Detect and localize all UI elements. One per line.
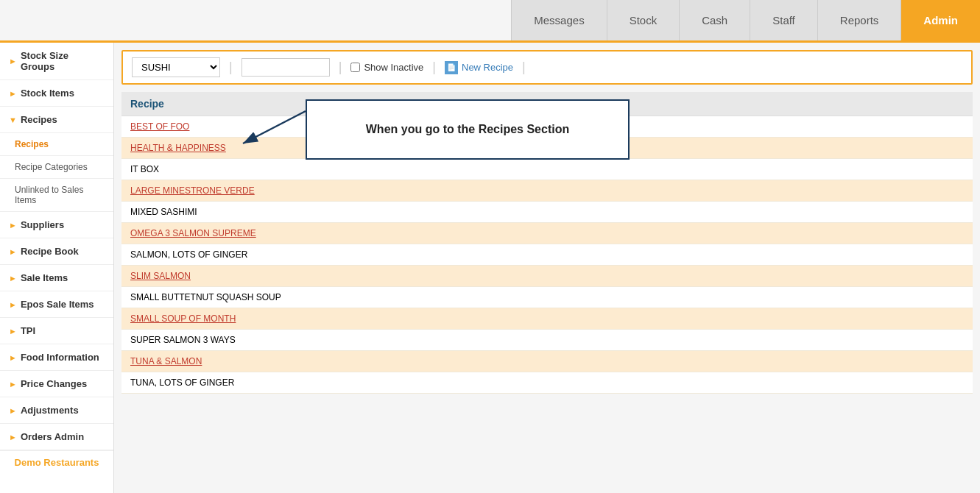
separator-3: | <box>432 60 436 75</box>
table-row[interactable]: IT BOX <box>121 159 973 180</box>
sidebar-sub-unlinked-sales[interactable]: Unlinked to Sales Items <box>0 179 113 212</box>
table-row[interactable]: SMALL SOUP OF MONTH <box>121 308 973 330</box>
table-row[interactable]: LARGE MINESTRONE VERDE <box>121 180 973 202</box>
chevron-right-icon: ► <box>9 57 17 65</box>
nav-messages[interactable]: Messages <box>511 0 606 40</box>
table-row[interactable]: SUPER SALMON 3 WAYS <box>121 330 973 351</box>
sidebar-item-recipe-book[interactable]: ► Recipe Book <box>0 238 113 265</box>
sidebar-item-sale-items[interactable]: ► Sale Items <box>0 265 113 291</box>
search-input[interactable] <box>242 58 330 77</box>
chevron-down-icon: ▼ <box>9 116 17 124</box>
chevron-right-icon: ► <box>9 327 17 336</box>
chevron-right-icon: ► <box>9 433 17 441</box>
sidebar-item-food-information[interactable]: ► Food Information <box>0 344 113 371</box>
table-row[interactable]: TUNA & SALMON <box>121 351 973 372</box>
chevron-right-icon: ► <box>9 89 17 98</box>
sidebar-item-orders-admin[interactable]: ► Orders Admin <box>0 424 113 450</box>
sidebar: ► Stock Size Groups ► Stock Items ▼ Reci… <box>0 43 114 493</box>
main-layout: ► Stock Size Groups ► Stock Items ▼ Reci… <box>0 43 980 493</box>
chevron-right-icon: ► <box>9 247 17 256</box>
demo-restaurants-link[interactable]: Demo Restaurants <box>15 457 99 468</box>
chevron-right-icon: ► <box>9 221 17 230</box>
show-inactive-label[interactable]: Show Inactive <box>350 62 423 73</box>
separator-2: | <box>339 60 342 75</box>
sidebar-item-stock-items[interactable]: ► Stock Items <box>0 80 113 107</box>
main-content: SUSHI ALL DEMO | | Show Inactive | 📄 New… <box>114 43 980 493</box>
chevron-right-icon: ► <box>9 380 17 389</box>
chevron-right-icon: ► <box>9 274 17 283</box>
show-inactive-checkbox[interactable] <box>350 63 360 72</box>
sidebar-item-epos-sale-items[interactable]: ► Epos Sale Items <box>0 291 113 318</box>
content-area: When you go to the Recipes Section Recip… <box>121 92 973 486</box>
sidebar-item-tpi[interactable]: ► TPI <box>0 318 113 344</box>
table-row[interactable]: TUNA, LOTS OF GINGER <box>121 372 973 394</box>
nav-admin[interactable]: Admin <box>900 0 980 40</box>
chevron-right-icon: ► <box>9 353 17 362</box>
sidebar-sub-recipes[interactable]: Recipes <box>0 133 113 156</box>
top-nav: Messages Stock Cash Staff Reports Admin <box>0 0 980 43</box>
demo-restaurants-footer[interactable]: Demo Restaurants <box>0 450 113 474</box>
chevron-right-icon: ► <box>9 406 17 415</box>
table-row[interactable]: SLIM SALMON <box>121 266 973 287</box>
separator-4: | <box>522 60 526 75</box>
toolbar: SUSHI ALL DEMO | | Show Inactive | 📄 New… <box>121 50 973 85</box>
table-row[interactable]: SMALL BUTTETNUT SQUASH SOUP <box>121 287 973 308</box>
recipes-submenu: Recipes Recipe Categories Unlinked to Sa… <box>0 133 113 212</box>
new-recipe-icon: 📄 <box>445 61 458 74</box>
category-dropdown[interactable]: SUSHI ALL DEMO <box>132 57 220 77</box>
new-recipe-link[interactable]: 📄 New Recipe <box>445 61 513 74</box>
table-row[interactable]: MIXED SASHIMI <box>121 202 973 223</box>
sidebar-sub-recipe-categories[interactable]: Recipe Categories <box>0 156 113 179</box>
table-row[interactable]: OMEGA 3 SALMON SUPREME <box>121 223 973 244</box>
nav-reports[interactable]: Reports <box>817 0 901 40</box>
sidebar-item-price-changes[interactable]: ► Price Changes <box>0 371 113 397</box>
nav-stock[interactable]: Stock <box>607 0 680 40</box>
separator-1: | <box>229 60 233 75</box>
nav-cash[interactable]: Cash <box>679 0 750 40</box>
nav-staff[interactable]: Staff <box>750 0 817 40</box>
sidebar-item-suppliers[interactable]: ► Suppliers <box>0 212 113 238</box>
sidebar-item-stock-size-groups[interactable]: ► Stock Size Groups <box>0 43 113 80</box>
callout-box: When you go to the Recipes Section <box>306 99 630 160</box>
sidebar-item-recipes[interactable]: ▼ Recipes <box>0 107 113 133</box>
chevron-right-icon: ► <box>9 300 17 309</box>
table-row[interactable]: SALMON, LOTS OF GINGER <box>121 244 973 266</box>
sidebar-item-adjustments[interactable]: ► Adjustments <box>0 397 113 424</box>
